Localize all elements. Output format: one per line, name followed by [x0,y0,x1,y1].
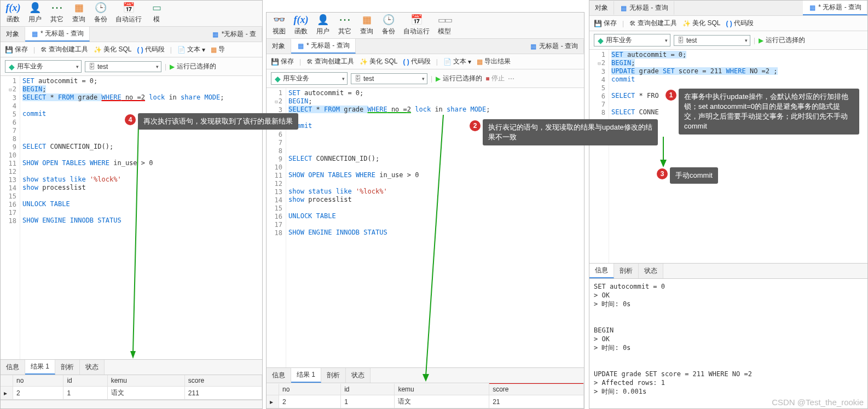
save-button[interactable]: 💾保存 [5,45,28,54]
tab-result1[interactable]: 结果 1 [25,360,55,375]
tab-status[interactable]: 状态 [80,360,105,375]
label: * 无标题 - 查询 [818,3,861,12]
tab-object[interactable]: 对象 [589,1,614,15]
run-button[interactable]: ▶运行已选择的 [759,36,805,45]
label: 自动运行 [403,27,430,36]
run-button[interactable]: ▶运行已选择的 [170,62,216,71]
builder-button[interactable]: 🛠查询创建工具 [40,45,88,54]
fx-icon: f(x) [294,14,308,26]
label: 导出结果 [484,57,511,66]
connection-select[interactable]: ◆用车业务▾ [5,60,82,73]
sql-editor[interactable]: 1⊟2345678 SET autocommit = 0; BEGIN; UPD… [589,50,867,263]
label: 其它 [338,27,351,36]
tab-profile[interactable]: 剖析 [55,360,80,375]
row-marker: ▸ [1,387,13,400]
tab-untitled-query[interactable]: ▦* 无标题 - 查询 [291,39,356,54]
table-row[interactable]: ▸21语文211 [1,387,262,400]
snippet-button[interactable]: ( )代码段 [137,45,164,54]
builder-button[interactable]: 🛠查询创建工具 [306,57,354,66]
label: 函数 [294,27,308,36]
tab-untitled-query-2[interactable]: ▦无标题 - 查询 [524,39,584,53]
query-icon: ▦ [808,4,816,11]
database-select[interactable]: 🗄test▾ [674,35,750,46]
connection-select[interactable]: ◆用车业务▾ [594,34,670,46]
tab-info[interactable]: 信息 [1,360,25,375]
tb-other[interactable]: ⋯其它 [50,2,64,24]
col-id[interactable]: id [341,384,395,395]
label: 保存 [15,45,28,54]
tb-auto[interactable]: 📅自动运行 [403,14,430,36]
tb-other[interactable]: ⋯其它 [338,14,352,36]
tool-icon: 🛠 [629,20,636,27]
user-icon: 👤 [28,2,42,14]
cell: 语文 [395,395,489,408]
label: 文本 [453,57,466,66]
badge-1: 1 [666,90,676,101]
beautify-button[interactable]: ✨美化 SQL [94,45,131,54]
tb-view[interactable]: 👓视图 [272,14,286,36]
beautify-button[interactable]: ✨美化 SQL [360,57,397,66]
code[interactable]: SET autocommit = 0; BEGIN; UPDATE grade … [609,50,867,263]
label: 用户 [316,27,329,36]
tb-query[interactable]: ▦查询 [72,2,86,24]
database-select[interactable]: 🗄test▾ [85,61,161,72]
label: 剖析 [620,266,633,276]
col-score[interactable]: score [489,384,584,395]
tab-status[interactable]: 状态 [639,264,663,278]
col-no[interactable]: no [279,384,341,395]
tb-simu[interactable]: ▭模 [149,2,164,24]
tab-object[interactable]: 对象 [1,27,25,41]
tab-untitled-query[interactable]: ▦无标题 - 查询 [614,1,674,15]
export-button[interactable]: ▦导 [211,45,225,54]
export-button[interactable]: ▦导出结果 [477,57,511,66]
text-button[interactable]: 📄文本 ▾ [177,45,205,54]
result-tabs: 信息 结果 1 剖析 状态 [267,367,584,383]
tab-untitled-query[interactable]: ▦* 无标题 - 查询 [25,27,90,42]
table-row[interactable]: ▸21语文21 [267,395,584,408]
tab-profile[interactable]: 剖析 [614,264,639,278]
save-button[interactable]: 💾保存 [594,19,617,28]
tab-status[interactable]: 状态 [346,368,371,383]
tab-profile[interactable]: 剖析 [321,368,346,383]
tb-function[interactable]: f(x)函数 [294,14,308,36]
tab-info[interactable]: 信息 [589,264,614,278]
tb-user[interactable]: 👤用户 [28,2,42,24]
col-no[interactable]: no [13,375,63,387]
run-button[interactable]: ▶运行已选择的 [436,74,482,83]
gutter: 1⊟23456789101112131415161718 [1,76,20,359]
snippet-button[interactable]: ( )代码段 [403,57,430,66]
label: 状态 [351,371,364,380]
database-select[interactable]: 🗄test▾ [351,73,427,84]
col-id[interactable]: id [63,375,107,387]
chevron-down-icon: ▾ [156,64,159,69]
snippet-button[interactable]: ( )代码段 [726,19,753,28]
annotation-1: 1 在事务中执行update操作，会默认给对应的行加排他锁；set antoco… [666,89,859,135]
stop-button[interactable]: ■停止 [485,74,505,83]
query-toolbar: 💾保存 | 🛠查询创建工具 ✨美化 SQL ( )代码段 [589,16,867,31]
col-kemu[interactable]: kemu [395,384,489,395]
wand-icon: ✨ [94,46,102,54]
cell: 1 [63,387,107,400]
tab-info[interactable]: 信息 [267,368,291,383]
connection-select[interactable]: ◆用车业务▾ [271,72,348,85]
label: 信息 [6,363,19,372]
tb-auto[interactable]: 📅自动运行 [115,2,142,24]
tab-untitled-query-2[interactable]: ▦*无标题 - 查 [206,27,262,41]
tb-model[interactable]: ▭▭模型 [437,14,452,36]
tb-query[interactable]: ▦查询 [360,14,374,36]
text-button[interactable]: 📄文本 ▾ [443,57,471,66]
table-header-row: noidkemuscore [1,375,262,387]
tab-object[interactable]: 对象 [267,39,291,53]
tb-function[interactable]: f(x)函数 [6,2,20,24]
tab-untitled-query-2[interactable]: ▦* 无标题 - 查询 [803,1,867,15]
label: 信息 [595,266,608,275]
tb-backup[interactable]: 🕒备份 [381,14,396,36]
col-kemu[interactable]: kemu [107,375,184,387]
beautify-button[interactable]: ✨美化 SQL [682,19,720,28]
tab-result1[interactable]: 结果 1 [291,368,321,383]
tb-backup[interactable]: 🕒备份 [94,2,108,24]
tb-user[interactable]: 👤用户 [316,14,330,36]
builder-button[interactable]: 🛠查询创建工具 [629,19,677,28]
col-score[interactable]: score [184,375,262,387]
save-button[interactable]: 💾保存 [271,57,294,66]
